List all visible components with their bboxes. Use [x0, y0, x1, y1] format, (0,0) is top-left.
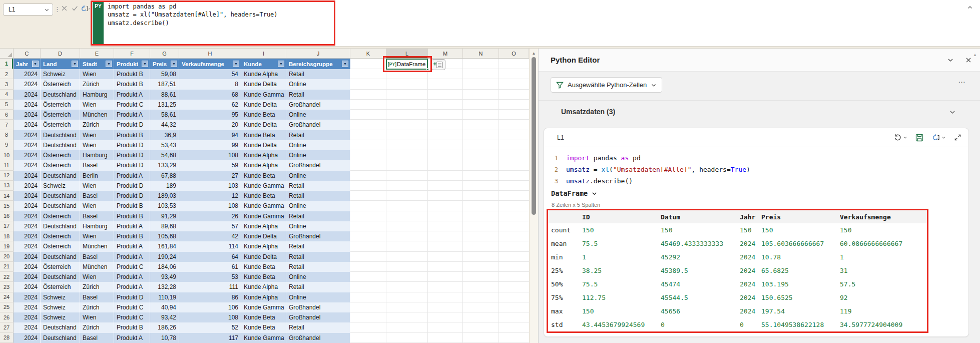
empty-cells-region[interactable] — [350, 221, 529, 231]
grid-cell[interactable]: Wien — [80, 231, 114, 241]
grid-cell[interactable]: Österreich — [41, 262, 80, 272]
grid-cell[interactable]: 132,28 — [150, 282, 179, 292]
grid-cell[interactable]: Retail — [286, 252, 350, 262]
grid-cell[interactable]: Deutschland — [41, 191, 80, 201]
row-header-17[interactable]: 17 — [0, 221, 14, 231]
grid-cell[interactable]: Produkt A — [114, 221, 150, 231]
grid-cell[interactable]: Großhandel — [286, 231, 350, 241]
grid-cell[interactable]: 2024 — [14, 150, 41, 160]
grid-cell[interactable]: München — [80, 262, 114, 272]
grid-cell[interactable]: Österreich — [41, 110, 80, 120]
grid-cell[interactable]: Produkt C — [114, 312, 150, 322]
formula-bar-code[interactable]: import pandas as pd umsatz = xl("Umsatzd… — [108, 3, 278, 27]
grid-cell[interactable]: 189,03 — [150, 191, 179, 201]
empty-cells-region[interactable] — [350, 333, 529, 343]
grid-cell[interactable]: Produkt A — [114, 171, 150, 181]
fill-handle[interactable] — [426, 68, 429, 71]
expand-editor-icon[interactable] — [954, 134, 961, 141]
grid-cell[interactable]: Zürich — [80, 120, 114, 130]
grid-cell[interactable]: 103 — [179, 181, 241, 191]
column-header-I[interactable]: I — [241, 49, 286, 58]
grid-cell[interactable]: Zürich — [80, 282, 114, 292]
table-header-stadt[interactable]: Stadt▼ — [80, 59, 114, 69]
row-header-23[interactable]: 23 — [0, 282, 14, 292]
grid-cell[interactable]: 93,49 — [150, 272, 179, 282]
empty-cells-region[interactable] — [350, 120, 529, 130]
grid-cell[interactable]: 26 — [179, 211, 241, 221]
grid-cell[interactable]: Retail — [286, 130, 350, 140]
grid-cell[interactable]: Online — [286, 140, 350, 150]
run-python-button[interactable] — [931, 134, 946, 141]
grid-cell[interactable]: 2024 — [14, 252, 41, 262]
grid-cell[interactable]: 10,78 — [150, 333, 179, 343]
grid-cell[interactable]: Kunde Alpha — [241, 160, 286, 170]
row-header-22[interactable]: 22 — [0, 272, 14, 282]
grid-cell[interactable]: 189 — [150, 181, 179, 191]
row-header-25[interactable]: 25 — [0, 302, 14, 312]
grid-cell[interactable]: 2024 — [14, 130, 41, 140]
grid-cell[interactable]: Basel — [80, 252, 114, 262]
row-header-18[interactable]: 18 — [0, 231, 14, 241]
grid-cell[interactable]: Kunde Beta — [241, 191, 286, 201]
grid-cell[interactable]: Deutschland — [41, 140, 80, 150]
grid-cell[interactable]: Schweiz — [41, 69, 80, 79]
grid-cell[interactable]: Kunde Gamma — [241, 90, 286, 100]
filter-dropdown-icon[interactable]: ▼ — [142, 61, 148, 67]
grid-cell[interactable]: Wien — [80, 312, 114, 322]
grid-cell[interactable]: 91,29 — [150, 211, 179, 221]
grid-cell[interactable]: Retail — [286, 282, 350, 292]
column-header-C[interactable]: C — [14, 49, 41, 58]
grid-cell[interactable]: 114 — [179, 241, 241, 251]
grid-cell[interactable]: Kunde Beta — [241, 262, 286, 272]
grid-cell[interactable]: Produkt A — [114, 333, 150, 343]
grid-cell[interactable]: Kunde Delta — [241, 252, 286, 262]
grid-cell[interactable]: 95 — [179, 110, 241, 120]
grid-cell[interactable]: Online — [286, 79, 350, 89]
grid-cell[interactable]: Produkt D — [114, 191, 150, 201]
grid-cell[interactable]: Produkt D — [114, 140, 150, 150]
grid-cell[interactable]: Zürich — [80, 79, 114, 89]
grid-cell[interactable]: 117 — [179, 333, 241, 343]
grid-cell[interactable]: Basel — [80, 292, 114, 302]
grid-cell[interactable]: Kunde Beta — [241, 171, 286, 181]
grid-cell[interactable]: 106 — [179, 302, 241, 312]
filter-dropdown-icon[interactable]: ▼ — [106, 61, 112, 67]
grid-cell[interactable]: Online — [286, 272, 350, 282]
grid-cell[interactable]: Produkt A — [114, 241, 150, 251]
grid-cell[interactable]: Produkt A — [114, 110, 150, 120]
grid-cell[interactable]: 2024 — [14, 201, 41, 211]
grid-cell[interactable]: 2024 — [14, 231, 41, 241]
grid-cell[interactable]: Deutschland — [41, 333, 80, 343]
grid-cell[interactable]: 2024 — [14, 272, 41, 282]
table-header-jahr[interactable]: Jahr▼ — [14, 59, 41, 69]
empty-cells-region[interactable] — [350, 292, 529, 302]
grid-cell[interactable]: Schweiz — [41, 312, 80, 322]
panel-close-icon[interactable] — [965, 57, 972, 64]
grid-cell[interactable]: Österreich — [41, 211, 80, 221]
grid-cell[interactable]: Retail — [286, 181, 350, 191]
python-cells-filter-button[interactable]: Ausgewählte Python-Zellen — [551, 77, 662, 93]
panel-collapse-icon[interactable] — [947, 57, 954, 64]
grid-cell[interactable]: Kunde Delta — [241, 231, 286, 241]
grid-cell[interactable]: Online — [286, 110, 350, 120]
empty-cells-region[interactable] — [350, 79, 529, 89]
grid-cell[interactable]: Produkt D — [114, 150, 150, 160]
row-header-4[interactable]: 4 — [0, 90, 14, 100]
row-header-21[interactable]: 21 — [0, 262, 14, 272]
empty-cells-region[interactable] — [350, 282, 529, 292]
grid-cell[interactable]: Wien — [80, 201, 114, 211]
column-header-N[interactable]: N — [463, 49, 499, 58]
grid-cell[interactable]: 2024 — [14, 140, 41, 150]
grid-cell[interactable]: Deutschland — [41, 171, 80, 181]
grid-cell[interactable]: 89,68 — [150, 221, 179, 231]
empty-cells-region[interactable] — [350, 191, 529, 201]
grid-cell[interactable]: 58,61 — [150, 110, 179, 120]
grid-cell[interactable]: Produkt A — [114, 90, 150, 100]
grid-cell[interactable]: Produkt A — [114, 282, 150, 292]
grid-cell[interactable]: Österreich — [41, 160, 80, 170]
empty-cells-region[interactable] — [350, 130, 529, 140]
grid-cell[interactable]: Kunde Gamma — [241, 333, 286, 343]
select-all-corner[interactable] — [0, 49, 14, 58]
grid-cell[interactable]: 20 — [179, 120, 241, 130]
grid-cell[interactable]: 64 — [179, 252, 241, 262]
